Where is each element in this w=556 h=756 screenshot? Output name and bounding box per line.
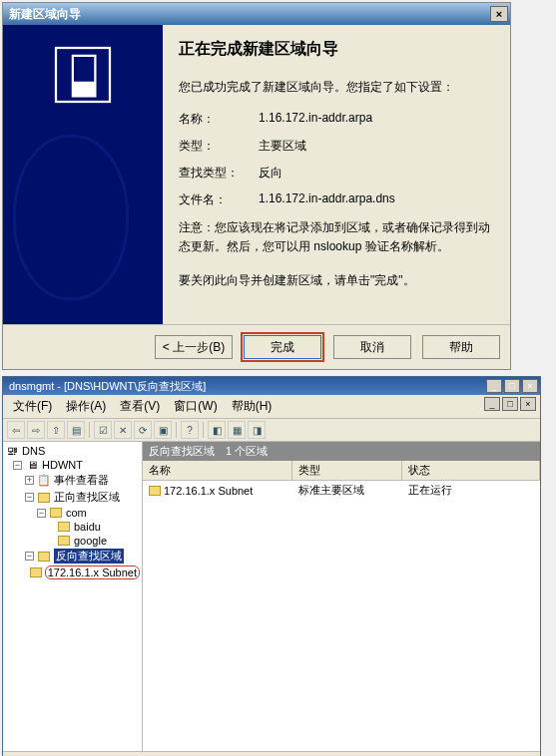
forward-icon[interactable]: ⇨ bbox=[27, 421, 45, 439]
wizard-closing: 要关闭此向导并创建新区域，请单击"完成"。 bbox=[179, 271, 494, 290]
list-cell-type: 标准主要区域 bbox=[298, 483, 408, 498]
row-value-type: 主要区域 bbox=[259, 138, 494, 155]
row-label-file: 文件名： bbox=[179, 191, 259, 208]
list-header-name[interactable]: 名称 bbox=[143, 461, 292, 480]
close-icon[interactable]: × bbox=[522, 379, 538, 393]
wizard-title: 新建区域向导 bbox=[9, 6, 81, 23]
mmc-tree[interactable]: 🖳DNS −🖥HDWNT +📋事件查看器 −正向查找区域 −com baidu … bbox=[3, 442, 143, 751]
mmc-title: dnsmgmt - [DNS\HDWNT\反向查找区域] bbox=[9, 379, 206, 394]
close-icon[interactable]: × bbox=[490, 6, 508, 22]
tree-com[interactable]: −com bbox=[5, 506, 140, 520]
minimize-icon[interactable]: _ bbox=[486, 379, 502, 393]
finish-button[interactable]: 完成 bbox=[244, 335, 321, 359]
list-banner: 反向查找区域 1 个区域 bbox=[143, 442, 540, 461]
server-icon bbox=[47, 39, 119, 111]
wizard-side-graphic bbox=[3, 25, 163, 324]
menu-file[interactable]: 文件(F) bbox=[7, 397, 58, 416]
menu-window[interactable]: 窗口(W) bbox=[168, 397, 223, 416]
menu-action[interactable]: 操作(A) bbox=[60, 397, 112, 416]
export-icon[interactable]: ▣ bbox=[154, 421, 172, 439]
child-minimize-icon[interactable]: _ bbox=[484, 397, 500, 411]
extra2-icon[interactable]: ▦ bbox=[228, 421, 246, 439]
wizard-heading: 正在完成新建区域向导 bbox=[179, 39, 494, 60]
extra1-icon[interactable]: ◧ bbox=[208, 421, 226, 439]
svg-rect-2 bbox=[74, 57, 94, 82]
list-cell-name: 172.16.1.x Subnet bbox=[149, 483, 298, 498]
wizard-intro: 您已成功完成了新建区域向导。您指定了如下设置： bbox=[179, 78, 494, 97]
row-value-name: 1.16.172.in-addr.arpa bbox=[259, 111, 494, 128]
child-close-icon[interactable]: × bbox=[520, 397, 536, 411]
show-tree-icon[interactable]: ▤ bbox=[67, 421, 85, 439]
row-value-lookup: 反向 bbox=[259, 165, 494, 182]
row-label-type: 类型： bbox=[179, 138, 259, 155]
tree-event[interactable]: +📋事件查看器 bbox=[5, 472, 140, 489]
up-icon[interactable]: ⇧ bbox=[47, 421, 65, 439]
properties-icon[interactable]: ☑ bbox=[94, 421, 112, 439]
tree-server[interactable]: −🖥HDWNT bbox=[5, 458, 140, 472]
menu-view[interactable]: 查看(V) bbox=[114, 397, 166, 416]
tree-root[interactable]: 🖳DNS bbox=[5, 444, 140, 458]
list-cell-status: 正在运行 bbox=[408, 483, 534, 498]
list-row[interactable]: 172.16.1.x Subnet 标准主要区域 正在运行 bbox=[143, 481, 540, 500]
tree-subnet[interactable]: 172.16.1.x Subnet bbox=[5, 565, 140, 580]
tree-baidu[interactable]: baidu bbox=[5, 520, 140, 534]
new-zone-wizard-dialog: 新建区域向导 × 正在完成新建区域向导 您已成功完成了新建区域向导。您指定了如下… bbox=[2, 2, 511, 370]
back-icon[interactable]: ⇦ bbox=[7, 421, 25, 439]
tree-google[interactable]: google bbox=[5, 534, 140, 548]
cancel-button[interactable]: 取消 bbox=[333, 335, 411, 359]
wizard-button-bar: < 上一步(B) 完成 取消 帮助 bbox=[3, 324, 510, 369]
child-restore-icon[interactable]: □ bbox=[502, 397, 518, 411]
row-label-name: 名称： bbox=[179, 111, 259, 128]
wizard-content: 正在完成新建区域向导 您已成功完成了新建区域向导。您指定了如下设置： 名称：1.… bbox=[163, 25, 510, 324]
list-header-status[interactable]: 状态 bbox=[402, 461, 540, 480]
help-icon[interactable]: ? bbox=[181, 421, 199, 439]
tree-fwd[interactable]: −正向查找区域 bbox=[5, 489, 140, 506]
refresh-icon[interactable]: ⟳ bbox=[134, 421, 152, 439]
row-value-file: 1.16.172.in-addr.arpa.dns bbox=[259, 191, 494, 208]
row-label-lookup: 查找类型： bbox=[179, 165, 259, 182]
back-button[interactable]: < 上一步(B) bbox=[155, 335, 233, 359]
maximize-icon[interactable]: □ bbox=[504, 379, 520, 393]
mmc-list: 反向查找区域 1 个区域 名称 类型 状态 172.16.1.x Subnet … bbox=[143, 442, 540, 751]
mmc-toolbar: ⇦ ⇨ ⇧ ▤ ☑ ✕ ⟳ ▣ ? ◧ ▦ ◨ bbox=[3, 419, 540, 442]
list-header-type[interactable]: 类型 bbox=[292, 461, 402, 480]
help-button[interactable]: 帮助 bbox=[422, 335, 500, 359]
extra3-icon[interactable]: ◨ bbox=[248, 421, 266, 439]
menu-help[interactable]: 帮助(H) bbox=[226, 397, 278, 416]
dns-mmc-window: dnsmgmt - [DNS\HDWNT\反向查找区域] _ □ × 文件(F)… bbox=[2, 376, 541, 756]
wizard-note: 注意：您应该现在将记录添加到区域，或者确保记录得到动态更新。然后，您可以用 ns… bbox=[179, 218, 494, 256]
mmc-menubar: 文件(F) 操作(A) 查看(V) 窗口(W) 帮助(H) _ □ × bbox=[3, 395, 540, 419]
folder-icon bbox=[149, 486, 161, 496]
wizard-titlebar[interactable]: 新建区域向导 × bbox=[3, 3, 510, 25]
mmc-statusbar bbox=[3, 751, 540, 756]
tree-rev[interactable]: −反向查找区域 bbox=[5, 548, 140, 565]
list-header: 名称 类型 状态 bbox=[143, 461, 540, 481]
delete-icon[interactable]: ✕ bbox=[114, 421, 132, 439]
mmc-titlebar[interactable]: dnsmgmt - [DNS\HDWNT\反向查找区域] _ □ × bbox=[3, 377, 540, 395]
